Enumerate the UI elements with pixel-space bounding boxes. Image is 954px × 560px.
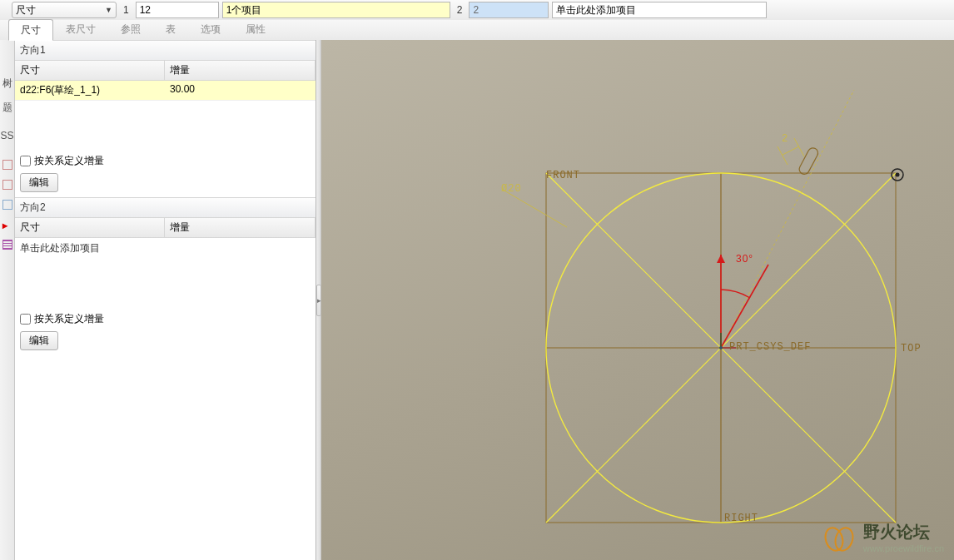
items-2-field[interactable]: 单击此处添加项目 xyxy=(552,2,767,18)
tab-reference[interactable]: 参照 xyxy=(108,18,153,40)
dir1-relation-checkbox[interactable] xyxy=(20,156,31,166)
wildfire-logo-icon xyxy=(825,527,858,548)
svg-marker-9 xyxy=(717,255,725,263)
tab-properties[interactable]: 属性 xyxy=(233,18,278,40)
tab-table-dimension[interactable]: 表尺寸 xyxy=(53,18,108,40)
svg-line-13 xyxy=(783,146,799,155)
label-diameter: Ø20 xyxy=(501,183,522,195)
col-increment-2: 增量 xyxy=(165,218,316,237)
direction-2-header: 方向2 xyxy=(15,197,316,218)
dir1-row[interactable]: d22:F6(草绘_1_1) 30.00 xyxy=(15,81,316,101)
dropdown-label: 尺寸 xyxy=(16,3,36,17)
svg-line-6 xyxy=(721,90,854,348)
svg-line-11 xyxy=(778,146,788,165)
dir1-relation-label: 按关系定义增量 xyxy=(34,154,104,168)
svg-line-8 xyxy=(721,265,768,348)
left-icon-strip: 树 题 SS ▸ xyxy=(0,40,15,560)
ss-icon[interactable]: SS xyxy=(0,130,13,141)
col-dimension: 尺寸 xyxy=(15,61,165,80)
svg-line-12 xyxy=(794,138,804,156)
tab-table[interactable]: 表 xyxy=(153,18,188,40)
dimension-panel: 方向1 尺寸 增量 d22:F6(草绘_1_1) 30.00 按关系定义增量 编… xyxy=(15,40,316,560)
svg-line-14 xyxy=(503,190,567,227)
dir2-table-header: 尺寸 增量 xyxy=(15,218,316,238)
model-viewport[interactable]: FRONT RIGHT TOP PRT_CSYS_DEF Ø20 30° 2 3… xyxy=(321,40,954,560)
dir1-row-inc: 30.00 xyxy=(165,81,316,100)
watermark-title: 野火论坛 xyxy=(863,521,944,543)
dir1-row-dim: d22:F6(草绘_1_1) xyxy=(15,81,165,100)
tab-dimension[interactable]: 尺寸 xyxy=(8,19,53,41)
chevron-down-icon: ▼ xyxy=(105,6,112,14)
topic-icon[interactable]: 题 xyxy=(2,101,12,115)
svg-point-17 xyxy=(719,346,723,349)
tool-icon-4[interactable]: ▸ xyxy=(2,220,12,230)
label-top: TOP xyxy=(901,343,922,354)
count-2-input[interactable]: 2 xyxy=(469,2,549,18)
dir2-add-item[interactable]: 单击此处添加项目 xyxy=(15,238,316,259)
panel-tabs: 尺寸 表尺寸 参照 表 选项 属性 xyxy=(0,20,954,40)
col-increment: 增量 xyxy=(165,61,316,80)
tree-icon[interactable]: 树 xyxy=(2,77,12,91)
label-small-dim: 2 xyxy=(782,133,788,145)
watermark: 野火论坛 www.proewildfire.cn xyxy=(825,521,944,553)
label-front: FRONT xyxy=(546,170,580,181)
label-right: RIGHT xyxy=(724,513,758,524)
count-1-input[interactable]: 12 xyxy=(136,2,219,18)
dir2-relation-checkbox[interactable] xyxy=(20,314,31,325)
label-1: 1 xyxy=(120,4,132,16)
label-angle: 30° xyxy=(736,253,753,265)
dir1-table-header: 尺寸 增量 xyxy=(15,61,316,81)
label-2: 2 xyxy=(454,4,466,16)
dir1-edit-button[interactable]: 编辑 xyxy=(20,173,58,192)
tool-icon-3[interactable] xyxy=(2,200,12,210)
svg-point-19 xyxy=(896,173,900,177)
col-dimension-2: 尺寸 xyxy=(15,218,165,237)
items-1-field[interactable]: 1个项目 xyxy=(222,2,450,18)
label-csys: PRT_CSYS_DEF xyxy=(729,341,811,353)
tab-options[interactable]: 选项 xyxy=(188,18,233,40)
tool-icon-2[interactable] xyxy=(2,180,12,190)
watermark-url: www.proewildfire.cn xyxy=(863,543,944,553)
dir2-edit-button[interactable]: 编辑 xyxy=(20,331,58,350)
dir2-relation-label: 按关系定义增量 xyxy=(34,312,104,326)
tool-icon-5[interactable] xyxy=(2,240,12,250)
top-toolbar: 尺寸 ▼ 1 12 1个项目 2 2 单击此处添加项目 xyxy=(0,0,954,20)
tool-icon-1[interactable] xyxy=(2,160,12,170)
dimension-type-dropdown[interactable]: 尺寸 ▼ xyxy=(12,2,117,18)
direction-1-header: 方向1 xyxy=(15,40,316,61)
